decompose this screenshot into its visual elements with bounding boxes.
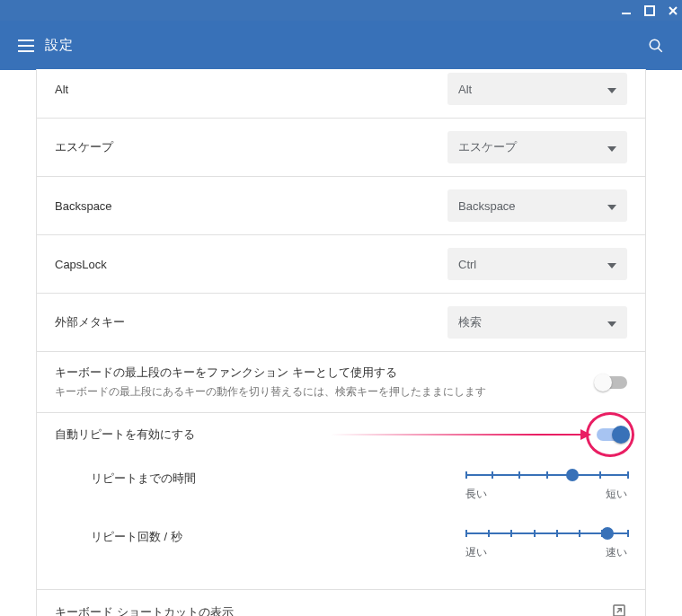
keyboard-shortcuts-link[interactable]: キーボード ショートカットの表示 [37,590,645,616]
key-remap-select[interactable]: Alt [447,73,627,105]
auto-repeat-sliders: リピートまでの時間 [37,456,645,590]
key-remap-label: エスケープ [55,139,447,155]
key-remap-value: 検索 [458,314,482,330]
svg-rect-6 [18,50,34,52]
window-close-button[interactable] [668,5,678,16]
key-remap-row: BackspaceBackspace [37,177,645,235]
repeat-delay-slider[interactable] [465,469,627,481]
auto-repeat-title: 自動リピートを有効にする [55,427,314,443]
key-remap-label: 外部メタキー [55,314,447,330]
repeat-delay-row: リピートまでの時間 [55,456,627,515]
function-keys-title: キーボードの最上段のキーをファンクション キーとして使用する [55,365,597,381]
key-remap-row: AltAlt [37,69,645,119]
window-titlebar [0,0,682,21]
svg-rect-4 [18,40,34,41]
svg-point-7 [650,40,660,49]
svg-rect-0 [622,13,631,14]
key-remap-value: Ctrl [458,258,476,271]
repeat-delay-max-label: 短い [606,487,627,502]
key-remap-select[interactable]: Backspace [447,189,627,222]
key-remap-select[interactable]: Ctrl [447,248,627,280]
key-remap-label: CapsLock [55,258,447,271]
keyboard-settings-panel: AltAltエスケープエスケープBackspaceBackspaceCapsLo… [36,69,646,616]
dropdown-caret-icon [607,316,616,330]
key-remap-row: エスケープエスケープ [37,119,645,177]
svg-rect-5 [18,45,34,47]
dropdown-caret-icon [607,141,616,154]
svg-line-8 [658,48,662,52]
key-remap-label: Alt [55,83,447,96]
repeat-rate-max-label: 速い [606,545,627,560]
key-remap-row: CapsLockCtrl [37,235,645,294]
svg-rect-1 [645,6,654,15]
key-remap-value: Backspace [458,199,516,213]
keyboard-shortcuts-label: キーボード ショートカットの表示 [55,604,611,617]
key-remap-row: 外部メタキー検索 [37,294,645,352]
repeat-delay-min-label: 長い [465,487,487,502]
repeat-rate-slider[interactable] [465,527,627,540]
key-remap-value: Alt [458,83,472,96]
function-keys-row: キーボードの最上段のキーをファンクション キーとして使用する キーボードの最上段… [37,352,645,413]
dropdown-caret-icon [607,199,616,213]
window-minimize-button[interactable] [621,5,632,16]
function-keys-subtitle: キーボードの最上段にあるキーの動作を切り替えるには、検索キーを押したままにします [55,384,597,400]
repeat-rate-row: リピート回数 / 秒 [55,515,627,573]
repeat-rate-min-label: 遅い [465,545,487,560]
dropdown-caret-icon [607,258,616,271]
annotation-arrow [331,434,590,436]
repeat-rate-label: リピート回数 / 秒 [55,527,396,545]
function-keys-toggle[interactable] [597,376,627,389]
appbar: 設定 [0,21,682,70]
key-remap-value: エスケープ [458,139,517,155]
settings-content: AltAltエスケープエスケープBackspaceBackspaceCapsLo… [0,69,682,616]
key-remap-label: Backspace [55,199,447,213]
auto-repeat-toggle[interactable] [597,428,627,441]
key-remap-select[interactable]: 検索 [447,306,627,339]
open-external-icon [611,603,627,616]
window-maximize-button[interactable] [644,5,655,16]
search-icon[interactable] [639,29,673,63]
auto-repeat-row: 自動リピートを有効にする [37,413,645,456]
dropdown-caret-icon [607,83,616,96]
hamburger-menu-icon[interactable] [9,29,43,63]
repeat-delay-label: リピートまでの時間 [55,469,396,487]
key-remap-select[interactable]: エスケープ [447,131,627,163]
page-title: 設定 [45,37,74,54]
